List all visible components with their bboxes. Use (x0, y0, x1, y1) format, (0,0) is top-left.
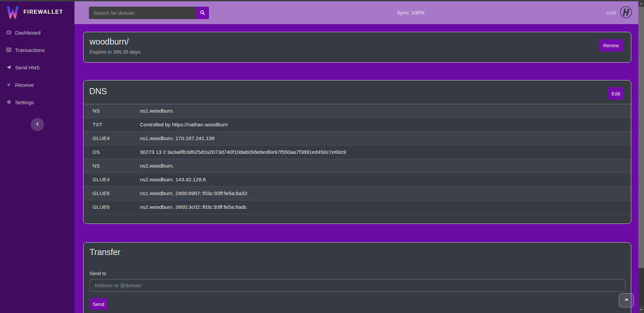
search-button[interactable] (196, 7, 209, 19)
dns-record-type: TXT (93, 122, 140, 128)
dns-card-header: DNS Edit (84, 80, 631, 104)
dashboard-gauge-icon (6, 29, 12, 37)
chevron-up-icon (624, 297, 630, 304)
sidebar-item-label: Dashboard (15, 30, 41, 36)
dns-record-type: DS (93, 149, 140, 155)
brand-name: FIREWALLET (23, 9, 63, 15)
sidebar-item-label: Settings (15, 100, 34, 106)
sidebar-item-dashboard[interactable]: Dashboard (6, 28, 74, 38)
edit-dns-button[interactable]: Edit (608, 87, 624, 100)
dns-record-value: ns2.woodburn. (140, 163, 174, 169)
sidebar: FIREWALLET Dashboard Transactions (0, 1, 74, 313)
renew-button[interactable]: Renew (599, 39, 623, 52)
search-input[interactable] (89, 7, 196, 19)
sidebar-item-label: Receive (15, 82, 34, 88)
dns-card: DNS Edit NS ns1.woodburn. TXT Controlled… (83, 80, 631, 224)
chevron-left-icon (35, 121, 40, 128)
send-plane-icon (6, 64, 12, 71)
dns-record-value: ns2.woodburn. 2600:3c02::f03c:93ff:fe5a:… (140, 204, 247, 210)
dns-record-row: NS ns1.woodburn. (84, 104, 631, 118)
dns-record-value: ns1.woodburn. (140, 108, 174, 114)
dns-record-type: NS (93, 108, 140, 114)
dns-record-type: GLUE6 (93, 204, 140, 210)
sidebar-collapse-button[interactable] (31, 118, 44, 131)
settings-gear-icon (6, 99, 12, 106)
wallet-switcher[interactable]: cold (606, 1, 632, 24)
wallet-name: cold (606, 10, 616, 16)
sync-status: Sync: 100% (397, 1, 425, 24)
dns-record-row: GLUE4 ns2.woodburn. 143.42.128.6 (84, 173, 631, 187)
dns-record-row: GLUE6 ns2.woodburn. 2600:3c02::f03c:93ff… (84, 200, 631, 214)
sidebar-nav: Dashboard Transactions Send HNS (0, 28, 74, 115)
dns-record-type: NS (93, 163, 140, 169)
domain-card: woodburn/ Expires in 395.35 days Renew (83, 32, 631, 63)
dns-title: DNS (89, 86, 625, 96)
dns-record-type: GLUE4 (93, 177, 140, 183)
sidebar-item-transactions[interactable]: Transactions (6, 45, 74, 55)
sidebar-item-send-hns[interactable]: Send HNS (6, 63, 74, 73)
dns-record-row: GLUE4 ns1.woodburn. 170.187.241.138 (84, 132, 631, 145)
dns-record-value: ns1.woodburn. 170.187.241.138 (140, 135, 214, 141)
search-icon (200, 10, 205, 16)
transactions-table-icon (6, 47, 12, 54)
dns-record-type: GLUE4 (93, 135, 140, 141)
scrollbar-up-arrow[interactable]: ▲ (638, 0, 644, 7)
sidebar-item-label: Transactions (15, 47, 45, 53)
sidebar-item-label: Send HNS (15, 65, 40, 71)
search-bar (89, 7, 209, 19)
main-content: woodburn/ Expires in 395.35 days Renew D… (74, 24, 638, 313)
scrollbar-thumb[interactable] (638, 7, 644, 268)
dns-record-value: ns1.woodburn. 2400:8907::f03c:93ff:fe5a:… (140, 190, 247, 196)
domain-title: woodburn/ (90, 37, 625, 47)
sidebar-item-settings[interactable]: Settings (6, 98, 74, 108)
dns-record-value: 30273 13 2 9a3a8fb3d625d2a2073d740f10da6… (140, 149, 346, 155)
firewallet-logo-icon (5, 4, 20, 20)
domain-expiry: Expires in 395.35 days (90, 49, 625, 55)
transfer-card: Transfer Send to Send (83, 242, 631, 313)
transfer-address-input[interactable] (90, 279, 626, 292)
send-transfer-button[interactable]: Send (90, 298, 107, 310)
send-to-label: Send to (90, 271, 625, 276)
handshake-logo-icon (620, 6, 632, 20)
sidebar-item-receive[interactable]: Receive (6, 80, 74, 90)
transfer-title: Transfer (90, 247, 625, 257)
brand[interactable]: FIREWALLET (0, 1, 74, 20)
dns-record-value: ns2.woodburn. 143.42.128.6 (140, 177, 206, 183)
dns-record-row: DS 30273 13 2 9a3a8fb3d625d2a2073d740f10… (84, 145, 631, 159)
page-scrollbar[interactable]: ▲ ▼ (638, 0, 644, 313)
dns-record-row: TXT Controlled by https://nathan.woodbur… (84, 118, 631, 132)
dns-record-row: NS ns2.woodburn. (84, 159, 631, 173)
dns-record-value: Controlled by https://nathan.woodburn (140, 122, 228, 128)
topbar: Sync: 100% cold (74, 1, 638, 24)
dns-record-type: GLUE6 (93, 190, 140, 196)
dns-record-table: NS ns1.woodburn. TXT Controlled by https… (84, 104, 631, 214)
scroll-to-top-button[interactable] (619, 293, 634, 307)
dns-record-row: GLUE6 ns1.woodburn. 2400:8907::f03c:93ff… (84, 187, 631, 200)
scrollbar-down-arrow[interactable]: ▼ (638, 306, 644, 313)
receive-arrow-icon (6, 82, 12, 89)
